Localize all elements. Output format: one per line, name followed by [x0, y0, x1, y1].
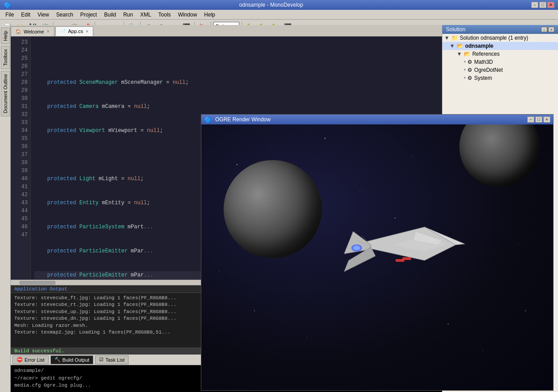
error-list-label: Error List — [25, 357, 45, 363]
space-scene — [201, 124, 553, 390]
menu-build[interactable]: Build — [100, 11, 120, 19]
task-list-icon: ☑ — [99, 357, 104, 363]
references-expand-arrow: ▼ — [457, 51, 462, 57]
ref-bullet2: • — [464, 67, 466, 73]
ref-bullet: • — [464, 59, 466, 65]
ref-bullet3: • — [464, 75, 466, 81]
sidebar-tab-outline[interactable]: Document Outline — [1, 71, 10, 116]
ogre-title-bar: 🔷 OGRE Render Window – □ × — [201, 115, 553, 124]
menu-window[interactable]: Window — [175, 11, 201, 19]
welcome-tab-close[interactable]: × — [47, 29, 50, 34]
build-output-label: Build Output — [62, 357, 90, 363]
solution-minimize-btn[interactable]: – — [541, 27, 547, 32]
ref-system-label: System — [474, 75, 492, 81]
solution-close-btn[interactable]: × — [548, 27, 554, 32]
title-bar: 🔷 odnsample - MonoDevelop – □ ✕ — [0, 0, 558, 10]
sidebar-tab-toolbox[interactable]: Toolbox — [1, 46, 10, 69]
ogre-window-icon: 🔷 — [204, 116, 212, 123]
welcome-tab-icon: 🏠 — [16, 29, 21, 34]
ogre-window-title: OGRE Render Window — [215, 116, 271, 123]
solution-folder-icon: 📁 — [451, 35, 458, 41]
solution-header-label: Solution — [446, 26, 465, 33]
svg-point-1 — [353, 246, 360, 250]
menu-xml[interactable]: XML — [137, 11, 155, 19]
ogre-window-controls: – □ × — [527, 116, 550, 123]
scrollbar-thumb[interactable] — [20, 281, 55, 285]
sidebar-tab-help[interactable]: Help — [1, 28, 10, 44]
line-numbers: 23 24 25 26 27 28 29 30 31 32 33 34 35 3… — [11, 37, 31, 280]
ref-ogredotnet-icon: ⚙ — [467, 67, 472, 73]
references-item[interactable]: ▼ 📂 References — [442, 50, 558, 58]
left-sidebar: Help Toolbox Document Outline — [0, 25, 11, 392]
restore-button[interactable]: □ — [539, 2, 546, 8]
ref-system-icon: ⚙ — [467, 75, 472, 81]
task-list-label: Task List — [105, 357, 125, 363]
ref-math3d-label: Math3D — [474, 59, 493, 65]
project-label: odnsample — [465, 43, 493, 49]
app-title: odnsample - MonoDevelop — [11, 2, 531, 8]
ref-math3d-icon: ⚙ — [467, 59, 472, 65]
solution-title: Solution odnsample (1 entry) — [460, 35, 528, 41]
svg-rect-3 — [396, 259, 404, 262]
appcs-tab-close[interactable]: × — [86, 29, 88, 34]
appcs-tab-icon: 📄 — [60, 29, 66, 34]
close-button[interactable]: ✕ — [547, 2, 554, 8]
planet-main — [224, 160, 322, 258]
app-output-label: Application Output — [14, 286, 67, 292]
appcs-tab-label: App.cs — [68, 29, 83, 34]
tab-error-list[interactable]: ⛔ Error List — [12, 355, 49, 364]
tab-build-output[interactable]: 🔨 Build Output — [50, 355, 94, 364]
references-icon: 📂 — [464, 51, 471, 57]
error-list-icon: ⛔ — [17, 357, 23, 363]
ogre-window: 🔷 OGRE Render Window – □ × — [201, 114, 554, 391]
ref-ogredotnet[interactable]: • ⚙ OgreDotNet — [442, 66, 558, 74]
menu-edit[interactable]: Edit — [17, 11, 34, 19]
menu-project[interactable]: Project — [77, 11, 100, 19]
editor-tabs: 🏠 Welcome × 📄 App.cs × — [11, 25, 442, 37]
ref-math3d[interactable]: • ⚙ Math3D — [442, 58, 558, 66]
solution-expand-arrow: ▼ — [444, 35, 450, 41]
build-status-text: Build successful. — [14, 348, 64, 354]
menu-search[interactable]: Search — [53, 11, 77, 19]
ogre-close-btn[interactable]: × — [543, 116, 550, 123]
solution-root-item[interactable]: ▼ 📁 Solution odnsample (1 entry) — [442, 34, 558, 42]
menu-run[interactable]: Run — [120, 11, 137, 19]
references-label: References — [472, 51, 500, 57]
tab-welcome[interactable]: 🏠 Welcome × — [11, 26, 54, 36]
menu-help[interactable]: Help — [200, 11, 219, 19]
menu-view[interactable]: View — [34, 11, 53, 19]
menu-file[interactable]: File — [2, 11, 17, 19]
ogre-minimize-btn[interactable]: – — [527, 116, 534, 123]
menu-tools[interactable]: Tools — [155, 11, 175, 19]
project-item[interactable]: ▼ 📂 odnsample — [442, 42, 558, 50]
ref-ogredotnet-label: OgreDotNet — [474, 67, 503, 73]
spaceship — [326, 191, 478, 298]
project-expand-arrow: ▼ — [450, 43, 455, 49]
ogre-restore-btn[interactable]: □ — [535, 116, 542, 123]
tab-appcs[interactable]: 📄 App.cs × — [55, 26, 93, 36]
build-output-icon: 🔨 — [54, 357, 61, 363]
project-icon: 📂 — [457, 43, 463, 49]
solution-header: Solution – × — [442, 25, 558, 34]
ogre-render-content — [201, 124, 553, 390]
tab-task-list[interactable]: ☑ Task List — [95, 355, 129, 364]
minimize-button[interactable]: – — [531, 2, 538, 8]
ref-system[interactable]: • ⚙ System — [442, 74, 558, 82]
welcome-tab-label: Welcome — [24, 29, 44, 34]
app-icon: 🔷 — [4, 1, 11, 8]
window-controls: – □ ✕ — [531, 2, 554, 8]
solution-header-controls: – × — [541, 27, 554, 32]
menu-bar: File Edit View Search Project Build Run … — [0, 10, 558, 20]
